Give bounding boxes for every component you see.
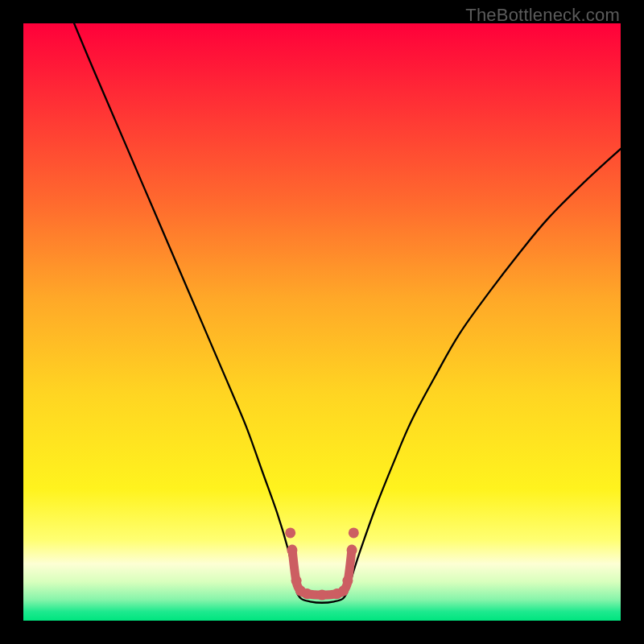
marker-dot bbox=[349, 527, 359, 538]
marker-dot bbox=[302, 588, 312, 599]
marker-dot bbox=[287, 545, 297, 555]
marker-dot bbox=[347, 545, 357, 555]
chart-frame: TheBottleneck.com bbox=[0, 0, 644, 644]
plot-area bbox=[23, 23, 621, 621]
marker-dot bbox=[317, 590, 328, 601]
marker-dot bbox=[338, 585, 349, 596]
chart-svg bbox=[23, 23, 621, 621]
marker-dot bbox=[342, 576, 353, 586]
marker-dot bbox=[285, 527, 295, 538]
marker-dot bbox=[291, 576, 302, 586]
